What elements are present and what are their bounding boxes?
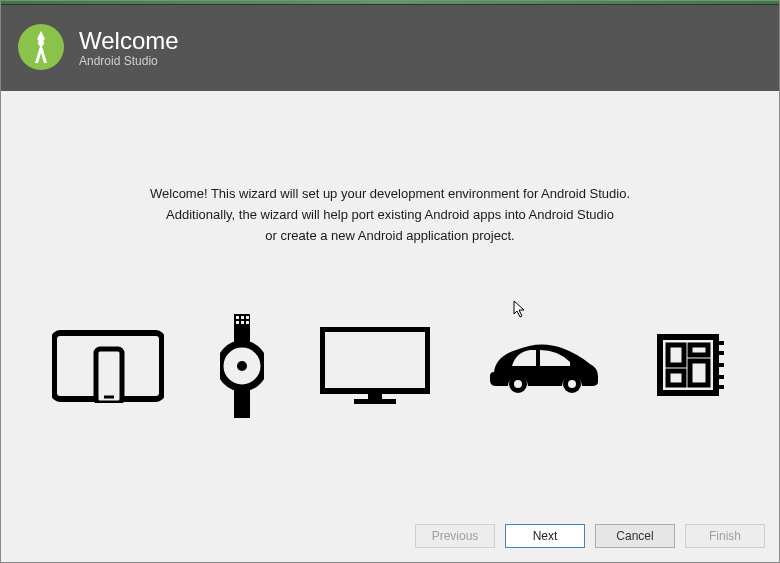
- svg-point-14: [237, 361, 247, 371]
- next-button[interactable]: Next: [505, 524, 585, 548]
- things-icon: [656, 333, 728, 399]
- wizard-content: Welcome! This wizard will set up your de…: [1, 91, 779, 514]
- tablet-phone-icon: [52, 329, 164, 403]
- cancel-button[interactable]: Cancel: [595, 524, 675, 548]
- description-line: or create a new Android application proj…: [150, 225, 630, 246]
- car-icon: [486, 338, 600, 394]
- svg-point-1: [38, 40, 44, 46]
- svg-rect-3: [96, 349, 122, 403]
- svg-rect-10: [241, 321, 244, 324]
- svg-rect-26: [690, 361, 708, 385]
- header-banner: Welcome Android Studio: [1, 5, 779, 91]
- svg-rect-9: [236, 321, 239, 324]
- description-line: Additionally, the wizard will help port …: [150, 204, 630, 225]
- previous-button: Previous: [415, 524, 495, 548]
- svg-rect-11: [246, 321, 249, 324]
- description-line: Welcome! This wizard will set up your de…: [150, 183, 630, 204]
- page-title: Welcome: [79, 27, 179, 55]
- svg-rect-27: [668, 371, 684, 385]
- svg-rect-24: [668, 345, 684, 365]
- svg-rect-25: [690, 345, 708, 355]
- svg-point-22: [568, 380, 576, 388]
- finish-button: Finish: [685, 524, 765, 548]
- svg-rect-7: [241, 316, 244, 319]
- svg-rect-18: [354, 399, 396, 404]
- device-icons-row: [52, 314, 728, 418]
- tv-icon: [320, 327, 430, 405]
- svg-rect-17: [368, 391, 382, 399]
- svg-rect-15: [234, 388, 250, 418]
- svg-point-20: [514, 380, 522, 388]
- android-studio-logo-icon: [17, 23, 65, 71]
- svg-rect-16: [322, 329, 428, 391]
- watch-icon: [220, 314, 264, 418]
- header-text-block: Welcome Android Studio: [79, 27, 179, 68]
- wizard-footer: Previous Next Cancel Finish: [1, 514, 779, 562]
- page-subtitle: Android Studio: [79, 54, 179, 68]
- svg-rect-6: [236, 316, 239, 319]
- welcome-description: Welcome! This wizard will set up your de…: [150, 183, 630, 246]
- svg-rect-8: [246, 316, 249, 319]
